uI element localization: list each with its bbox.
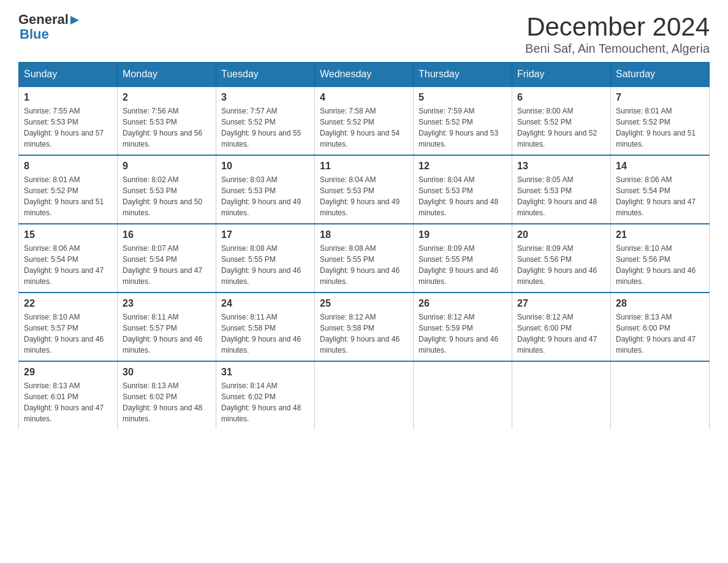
calendar-cell: 2 Sunrise: 7:56 AM Sunset: 5:53 PM Dayli…: [118, 86, 216, 155]
day-number: 11: [320, 161, 408, 172]
day-info: Sunrise: 8:00 AM Sunset: 5:52 PM Dayligh…: [517, 105, 605, 150]
day-info: Sunrise: 8:10 AM Sunset: 5:57 PM Dayligh…: [24, 312, 112, 356]
day-number: 29: [24, 367, 112, 378]
calendar-cell: 6 Sunrise: 8:00 AM Sunset: 5:52 PM Dayli…: [512, 86, 611, 155]
calendar-cell: 31 Sunrise: 8:14 AM Sunset: 6:02 PM Dayl…: [216, 361, 315, 429]
day-number: 14: [616, 161, 704, 172]
calendar-cell: 26 Sunrise: 8:12 AM Sunset: 5:59 PM Dayl…: [414, 293, 512, 361]
calendar-cell: [315, 361, 414, 429]
day-number: 26: [419, 298, 507, 309]
calendar-cell: 8 Sunrise: 8:01 AM Sunset: 5:52 PM Dayli…: [19, 155, 118, 224]
day-info: Sunrise: 8:12 AM Sunset: 6:00 PM Dayligh…: [517, 312, 605, 356]
calendar-cell: 25 Sunrise: 8:12 AM Sunset: 5:58 PM Dayl…: [315, 293, 414, 361]
day-info: Sunrise: 8:01 AM Sunset: 5:52 PM Dayligh…: [616, 105, 704, 150]
calendar-cell: 7 Sunrise: 8:01 AM Sunset: 5:52 PM Dayli…: [611, 86, 710, 155]
calendar-cell: 16 Sunrise: 8:07 AM Sunset: 5:54 PM Dayl…: [118, 224, 216, 293]
day-info: Sunrise: 7:58 AM Sunset: 5:52 PM Dayligh…: [320, 105, 408, 150]
calendar-cell: 30 Sunrise: 8:13 AM Sunset: 6:02 PM Dayl…: [118, 361, 216, 429]
day-number: 16: [123, 229, 211, 240]
day-number: 30: [123, 367, 211, 378]
calendar-cell: 20 Sunrise: 8:09 AM Sunset: 5:56 PM Dayl…: [512, 224, 611, 293]
day-info: Sunrise: 8:05 AM Sunset: 5:53 PM Dayligh…: [517, 174, 605, 218]
day-number: 12: [419, 161, 507, 172]
day-info: Sunrise: 8:11 AM Sunset: 5:58 PM Dayligh…: [221, 312, 309, 356]
day-info: Sunrise: 8:13 AM Sunset: 6:02 PM Dayligh…: [123, 380, 211, 424]
calendar-cell: 4 Sunrise: 7:58 AM Sunset: 5:52 PM Dayli…: [315, 86, 414, 155]
day-info: Sunrise: 8:09 AM Sunset: 5:56 PM Dayligh…: [517, 243, 605, 287]
calendar-cell: 15 Sunrise: 8:06 AM Sunset: 5:54 PM Dayl…: [19, 224, 118, 293]
calendar-cell: 17 Sunrise: 8:08 AM Sunset: 5:55 PM Dayl…: [216, 224, 315, 293]
day-number: 31: [221, 367, 309, 378]
calendar-cell: 9 Sunrise: 8:02 AM Sunset: 5:53 PM Dayli…: [118, 155, 216, 224]
day-info: Sunrise: 7:59 AM Sunset: 5:52 PM Dayligh…: [419, 105, 507, 150]
calendar-cell: 1 Sunrise: 7:55 AM Sunset: 5:53 PM Dayli…: [19, 86, 118, 155]
day-info: Sunrise: 8:04 AM Sunset: 5:53 PM Dayligh…: [419, 174, 507, 218]
day-number: 15: [24, 229, 112, 240]
day-info: Sunrise: 8:13 AM Sunset: 6:01 PM Dayligh…: [24, 380, 112, 424]
logo-arrow-icon: [69, 15, 80, 26]
day-header-thursday: Thursday: [414, 63, 512, 87]
calendar-cell: 12 Sunrise: 8:04 AM Sunset: 5:53 PM Dayl…: [414, 155, 512, 224]
day-info: Sunrise: 7:57 AM Sunset: 5:52 PM Dayligh…: [221, 105, 309, 150]
title-block: December 2024 Beni Saf, Ain Temouchent, …: [525, 12, 710, 56]
day-info: Sunrise: 8:06 AM Sunset: 5:54 PM Dayligh…: [616, 174, 704, 218]
day-number: 5: [419, 92, 507, 103]
day-number: 24: [221, 298, 309, 309]
day-number: 9: [123, 161, 211, 172]
day-number: 23: [123, 298, 211, 309]
day-info: Sunrise: 7:55 AM Sunset: 5:53 PM Dayligh…: [24, 105, 112, 150]
logo-blue: Blue: [20, 26, 49, 42]
calendar-cell: [512, 361, 611, 429]
month-title: December 2024: [525, 12, 710, 42]
calendar-cell: 28 Sunrise: 8:13 AM Sunset: 6:00 PM Dayl…: [611, 293, 710, 361]
calendar-week-row: 22 Sunrise: 8:10 AM Sunset: 5:57 PM Dayl…: [19, 293, 710, 361]
day-number: 27: [517, 298, 605, 309]
calendar-week-row: 29 Sunrise: 8:13 AM Sunset: 6:01 PM Dayl…: [19, 361, 710, 429]
calendar-cell: 13 Sunrise: 8:05 AM Sunset: 5:53 PM Dayl…: [512, 155, 611, 224]
logo-text: General Blue: [18, 12, 80, 42]
day-info: Sunrise: 8:03 AM Sunset: 5:53 PM Dayligh…: [221, 174, 309, 218]
day-number: 7: [616, 92, 704, 103]
day-number: 18: [320, 229, 408, 240]
day-number: 1: [24, 92, 112, 103]
day-info: Sunrise: 8:11 AM Sunset: 5:57 PM Dayligh…: [123, 312, 211, 356]
day-info: Sunrise: 8:08 AM Sunset: 5:55 PM Dayligh…: [320, 243, 408, 287]
day-number: 25: [320, 298, 408, 309]
day-info: Sunrise: 8:12 AM Sunset: 5:58 PM Dayligh…: [320, 312, 408, 356]
day-number: 20: [517, 229, 605, 240]
day-header-saturday: Saturday: [611, 63, 710, 87]
day-number: 22: [24, 298, 112, 309]
day-number: 13: [517, 161, 605, 172]
calendar-cell: 11 Sunrise: 8:04 AM Sunset: 5:53 PM Dayl…: [315, 155, 414, 224]
day-header-sunday: Sunday: [19, 63, 118, 87]
calendar-cell: 14 Sunrise: 8:06 AM Sunset: 5:54 PM Dayl…: [611, 155, 710, 224]
calendar-cell: 29 Sunrise: 8:13 AM Sunset: 6:01 PM Dayl…: [19, 361, 118, 429]
day-number: 2: [123, 92, 211, 103]
day-number: 21: [616, 229, 704, 240]
day-info: Sunrise: 8:04 AM Sunset: 5:53 PM Dayligh…: [320, 174, 408, 218]
calendar-cell: [611, 361, 710, 429]
day-number: 3: [221, 92, 309, 103]
calendar-cell: [414, 361, 512, 429]
day-info: Sunrise: 7:56 AM Sunset: 5:53 PM Dayligh…: [123, 105, 211, 150]
calendar-header-row: SundayMondayTuesdayWednesdayThursdayFrid…: [19, 63, 710, 87]
calendar-cell: 3 Sunrise: 7:57 AM Sunset: 5:52 PM Dayli…: [216, 86, 315, 155]
calendar-cell: 27 Sunrise: 8:12 AM Sunset: 6:00 PM Dayl…: [512, 293, 611, 361]
day-header-friday: Friday: [512, 63, 611, 87]
day-header-wednesday: Wednesday: [315, 63, 414, 87]
calendar-cell: 19 Sunrise: 8:09 AM Sunset: 5:55 PM Dayl…: [414, 224, 512, 293]
svg-marker-0: [70, 16, 79, 25]
day-number: 8: [24, 161, 112, 172]
calendar-cell: 23 Sunrise: 8:11 AM Sunset: 5:57 PM Dayl…: [118, 293, 216, 361]
day-number: 6: [517, 92, 605, 103]
day-info: Sunrise: 8:10 AM Sunset: 5:56 PM Dayligh…: [616, 243, 704, 287]
day-info: Sunrise: 8:01 AM Sunset: 5:52 PM Dayligh…: [24, 174, 112, 218]
day-info: Sunrise: 8:07 AM Sunset: 5:54 PM Dayligh…: [123, 243, 211, 287]
logo: General Blue: [18, 12, 80, 42]
day-info: Sunrise: 8:13 AM Sunset: 6:00 PM Dayligh…: [616, 312, 704, 356]
day-number: 4: [320, 92, 408, 103]
calendar-cell: 24 Sunrise: 8:11 AM Sunset: 5:58 PM Dayl…: [216, 293, 315, 361]
day-info: Sunrise: 8:06 AM Sunset: 5:54 PM Dayligh…: [24, 243, 112, 287]
page-header: General Blue December 2024 Beni Saf, Ain…: [18, 12, 710, 56]
calendar-cell: 5 Sunrise: 7:59 AM Sunset: 5:52 PM Dayli…: [414, 86, 512, 155]
